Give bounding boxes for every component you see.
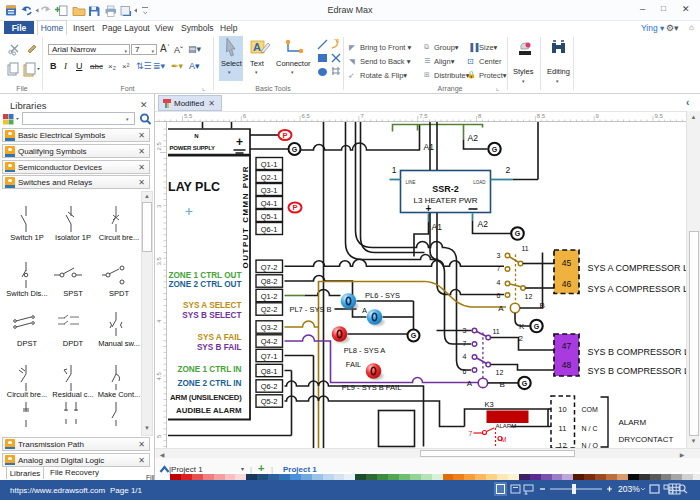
svg-text:Q2-1: Q2-1: [260, 173, 277, 182]
svg-text:Q4-1: Q4-1: [260, 199, 277, 208]
svg-text:203%: 203%: [618, 484, 640, 494]
svg-text:SYS B COMPRESSOR LO: SYS B COMPRESSOR LO: [587, 346, 686, 356]
svg-text:ZONE 1 CTRL IN: ZONE 1 CTRL IN: [177, 364, 241, 373]
svg-text:A1: A1: [423, 141, 434, 151]
svg-text:3: 3: [462, 327, 466, 334]
svg-text:Q5-1: Q5-1: [260, 212, 277, 221]
svg-text:ZONE 1 CTRL OUT: ZONE 1 CTRL OUT: [168, 270, 241, 279]
svg-text:A: A: [498, 304, 504, 313]
svg-text:Q8-1: Q8-1: [260, 366, 277, 375]
svg-text:Q1-2: Q1-2: [260, 291, 277, 300]
svg-text:G: G: [533, 322, 539, 329]
svg-text:4: 4: [496, 279, 500, 286]
svg-text:6.5: 6.5: [302, 113, 311, 119]
svg-text:12: 12: [495, 369, 503, 376]
svg-text:8: 8: [478, 113, 482, 119]
svg-text:8.5: 8.5: [537, 113, 546, 119]
svg-text:LAY PLC: LAY PLC: [168, 179, 220, 193]
svg-text:10: 10: [558, 404, 566, 413]
svg-text:A: A: [361, 306, 366, 315]
svg-text:11: 11: [521, 245, 528, 252]
svg-text:Q2-2: Q2-2: [260, 305, 277, 314]
svg-text:7: 7: [468, 430, 472, 437]
svg-text:Q1-1: Q1-1: [260, 160, 277, 169]
svg-text:SYS A SELECT: SYS A SELECT: [182, 300, 241, 309]
svg-text:N: N: [194, 133, 198, 139]
svg-text:DRYCONTACT: DRYCONTACT: [618, 435, 673, 444]
svg-text:ARM (UNSILENCED): ARM (UNSILENCED): [169, 392, 241, 401]
svg-text:N / O: N / O: [581, 441, 598, 448]
svg-text:LOAD: LOAD: [473, 179, 486, 184]
svg-text:G: G: [291, 145, 297, 152]
svg-text:G: G: [410, 332, 416, 339]
svg-text:G: G: [514, 230, 520, 237]
svg-text:Q3-2: Q3-2: [260, 323, 277, 332]
svg-text:2.5: 2.5: [156, 141, 162, 150]
svg-text:Q8-2: Q8-2: [260, 277, 277, 286]
svg-text:POWER SUPPLY: POWER SUPPLY: [169, 145, 215, 151]
svg-text:N / C: N / C: [581, 424, 597, 431]
svg-text:+: +: [425, 203, 431, 214]
svg-text:SYS A COMPRESSOR LO: SYS A COMPRESSOR LO: [587, 283, 686, 293]
svg-text:3.5: 3.5: [156, 256, 162, 265]
svg-text:A: A: [466, 379, 472, 388]
svg-text:45: 45: [561, 257, 571, 267]
svg-text:PL6 - SYS: PL6 - SYS: [364, 290, 399, 299]
svg-text:7: 7: [360, 113, 364, 119]
svg-text:1: 1: [391, 165, 396, 175]
svg-text:Q5-2: Q5-2: [260, 397, 277, 406]
svg-text:SYS A COMPRESSOR LO: SYS A COMPRESSOR LO: [587, 263, 686, 273]
svg-text:B: B: [499, 380, 504, 389]
svg-text:COM: COM: [581, 405, 598, 412]
svg-text:3: 3: [156, 204, 162, 208]
svg-text:SYS A FAIL: SYS A FAIL: [197, 332, 241, 341]
svg-text:P: P: [292, 203, 297, 212]
svg-text:Q4-2: Q4-2: [260, 337, 277, 346]
svg-text:OUTPUT CMMN PWR: OUTPUT CMMN PWR: [240, 166, 249, 268]
svg-text:+: +: [235, 134, 242, 148]
svg-text:Q7-1: Q7-1: [260, 351, 277, 360]
svg-text:11: 11: [558, 423, 566, 432]
svg-text:12: 12: [558, 440, 566, 448]
svg-text:SSR-2: SSR-2: [432, 183, 459, 193]
svg-text:46: 46: [561, 279, 571, 289]
svg-text:L3 HEATER PWR: L3 HEATER PWR: [413, 196, 477, 205]
svg-text:K3: K3: [484, 399, 493, 408]
svg-text:9: 9: [596, 113, 600, 119]
svg-text:LINE: LINE: [405, 179, 415, 184]
svg-text:A2: A2: [477, 218, 488, 228]
svg-text:9.5: 9.5: [654, 113, 663, 119]
svg-text:2: 2: [505, 165, 510, 175]
svg-text:ZONE 2 CTRL IN: ZONE 2 CTRL IN: [177, 378, 241, 387]
svg-text:5: 5: [156, 434, 162, 438]
svg-text:SYS B SELECT: SYS B SELECT: [182, 310, 241, 319]
svg-text:G: G: [491, 145, 497, 152]
svg-text:SYS B COMPRESSOR LO: SYS B COMPRESSOR LO: [587, 366, 686, 376]
svg-text:48: 48: [561, 360, 571, 370]
svg-text:3: 3: [496, 252, 500, 259]
svg-text:6: 6: [243, 113, 247, 119]
svg-text:PL9 - SYS B FAIL: PL9 - SYS B FAIL: [341, 382, 401, 391]
svg-text:5.5: 5.5: [184, 113, 193, 119]
svg-text:G: G: [521, 379, 527, 386]
svg-text:Q3-1: Q3-1: [260, 186, 277, 195]
svg-text:6: 6: [496, 291, 500, 298]
svg-text:11: 11: [492, 327, 499, 334]
svg-text:SYS B FAIL: SYS B FAIL: [196, 342, 241, 351]
svg-text:12: 12: [524, 293, 532, 300]
svg-text:M: M: [501, 436, 506, 443]
svg-text:A2: A2: [467, 132, 478, 142]
svg-text:7: 7: [462, 339, 466, 346]
svg-text:P: P: [282, 130, 287, 139]
svg-text:7.5: 7.5: [419, 113, 428, 119]
svg-text:Q6-1: Q6-1: [260, 225, 277, 234]
svg-text:A: A: [253, 41, 261, 53]
svg-text:4.5: 4.5: [156, 371, 162, 380]
svg-text:Q6-2: Q6-2: [260, 382, 277, 391]
svg-text:PL8 - SYS A: PL8 - SYS A: [343, 346, 385, 355]
svg-text:4: 4: [156, 319, 162, 323]
svg-text:Q7-2: Q7-2: [260, 262, 277, 271]
svg-text:ALARM: ALARM: [618, 418, 646, 427]
svg-text:FAIL: FAIL: [345, 360, 360, 369]
svg-text:AUDIBLE ALARM: AUDIBLE ALARM: [176, 406, 242, 415]
